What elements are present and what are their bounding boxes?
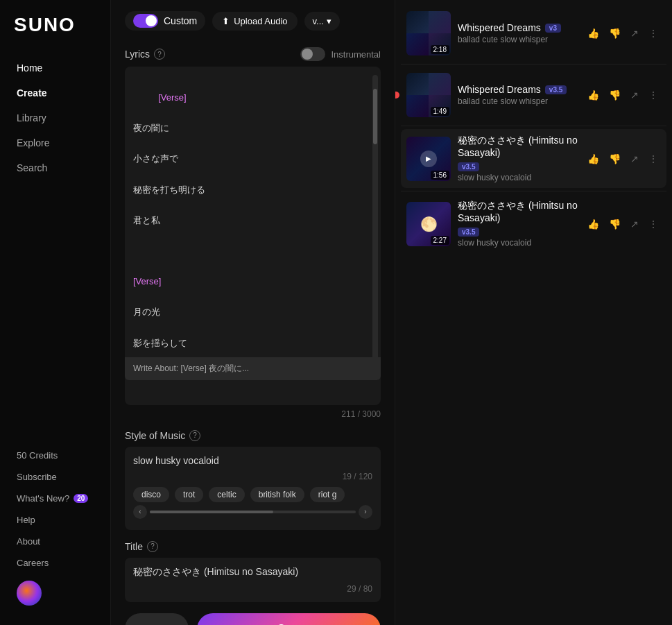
tag-disco[interactable]: disco	[133, 487, 169, 502]
credits-item[interactable]: 50 Credits	[8, 446, 102, 465]
lyrics-box[interactable]: [Verse] 夜の闇に 小さな声で 秘密を打ち明ける 君と私 [Verse] …	[125, 67, 381, 405]
version-button[interactable]: v... ▾	[304, 12, 340, 31]
song-info-1: Whispered Dreams v3 ballad cute slow whi…	[458, 22, 578, 44]
song-thumb-4: 🌕 2:27	[406, 202, 451, 246]
create-button[interactable]: ♪ Create	[197, 613, 381, 625]
dislike-button-3[interactable]: 👎	[606, 151, 623, 167]
sidebar-bottom: 50 Credits Subscribe What's New? 20 Help…	[0, 446, 110, 611]
scrollbar-thumb	[373, 89, 377, 144]
instrumental-track[interactable]	[300, 47, 325, 61]
song-title-2: Whispered Dreams v3.5	[458, 84, 578, 95]
avatar[interactable]	[17, 581, 42, 606]
scroll-right-arrow[interactable]: ›	[359, 505, 372, 519]
like-button-3[interactable]: 👍	[585, 151, 602, 167]
main-scroll: Custom ⬆ Upload Audio v... ▾ Lyrics ?	[111, 0, 395, 625]
subscribe-item[interactable]: Subscribe	[8, 468, 102, 486]
song-title-4: 秘密のささやき (Himitsu no Sasayaki) v3.5	[458, 200, 578, 237]
version-badge-4: v3.5	[458, 228, 479, 237]
scroll-fill	[150, 511, 273, 513]
title-section: Title ? 秘密のささやき (Himitsu no Sasayaki) 29…	[125, 541, 381, 602]
careers-item[interactable]: Careers	[8, 554, 102, 572]
about-item[interactable]: About	[8, 532, 102, 551]
song-info-3: 秘密のささやき (Himitsu no Sasayaki) v3.5 slow …	[458, 135, 578, 182]
tag-celtic[interactable]: celtic	[209, 487, 244, 502]
scroll-left-arrow[interactable]: ‹	[133, 505, 147, 519]
song-duration-1: 2:18	[431, 45, 449, 54]
moon-icon: 🌕	[420, 216, 438, 232]
song-card-4[interactable]: 🌕 2:27 秘密のささやき (Himitsu no Sasayaki) v3.…	[401, 194, 666, 253]
version-badge-1: v3	[545, 24, 561, 33]
style-box[interactable]: slow husky vocaloid 19 / 120 disco trot …	[125, 447, 381, 530]
song-info-2: Whispered Dreams v3.5 ballad cute slow w…	[458, 84, 578, 106]
song-actions-4: 👍 👎 ↗ ⋮	[585, 216, 661, 232]
sidebar-item-search[interactable]: Search	[8, 157, 102, 179]
sidebar-item-create[interactable]: Create	[8, 82, 102, 104]
lyrics-scrollbar[interactable]	[372, 75, 378, 380]
song-tags-4: slow husky vocaloid	[458, 238, 578, 248]
upload-icon: ⬆	[222, 16, 230, 26]
more-button-1[interactable]: ⋮	[646, 25, 661, 42]
instrumental-toggle[interactable]: Instrumental	[300, 47, 381, 61]
play-overlay-3[interactable]: ▶	[420, 151, 437, 167]
more-button-2[interactable]: ⋮	[646, 87, 661, 103]
toggle-track	[133, 14, 158, 28]
title-help-icon[interactable]: ?	[147, 541, 158, 552]
song-card-2[interactable]: 1:49 Whispered Dreams v3.5 ballad cute s…	[401, 67, 666, 123]
share-button-3[interactable]: ↗	[628, 151, 641, 167]
main-content: Custom ⬆ Upload Audio v... ▾ Lyrics ?	[111, 0, 395, 625]
style-text: slow husky vocaloid	[133, 455, 372, 466]
lyrics-help-icon[interactable]: ?	[154, 49, 165, 60]
style-help-icon[interactable]: ?	[189, 430, 200, 441]
tag-riot[interactable]: riot g	[310, 487, 345, 502]
song-card-3[interactable]: ▶ 1:56 秘密のささやき (Himitsu no Sasayaki) v3.…	[401, 129, 666, 188]
scroll-track	[150, 511, 356, 513]
chevron-down-icon: ▾	[327, 16, 331, 26]
sidebar-item-library[interactable]: Library	[8, 107, 102, 129]
like-button-2[interactable]: 👍	[585, 87, 602, 103]
lyrics-section: Lyrics ? Instrumental [Verse] 夜の闇に 小さな声で…	[125, 47, 381, 419]
lyrics-header: Lyrics ? Instrumental	[125, 47, 381, 61]
like-button-4[interactable]: 👍	[585, 216, 602, 232]
clear-button[interactable]: Clear	[125, 613, 189, 625]
song-tags-1: ballad cute slow whisper	[458, 35, 578, 44]
sidebar-item-explore[interactable]: Explore	[8, 132, 102, 154]
dislike-button-1[interactable]: 👎	[606, 25, 623, 42]
song-actions-1: 👍 👎 ↗ ⋮	[585, 25, 661, 42]
share-button-4[interactable]: ↗	[628, 216, 641, 232]
title-box[interactable]: 秘密のささやき (Himitsu no Sasayaki) 29 / 80	[125, 558, 381, 602]
song-card-1[interactable]: 2:18 Whispered Dreams v3 ballad cute slo…	[401, 6, 666, 61]
dislike-button-2[interactable]: 👎	[606, 87, 623, 103]
lyrics-text: [Verse] 夜の闇に 小さな声で 秘密を打ち明ける 君と私 [Verse] …	[133, 75, 372, 397]
custom-toggle[interactable]: Custom	[125, 11, 205, 31]
tag-trot[interactable]: trot	[175, 487, 203, 502]
share-button-2[interactable]: ↗	[628, 87, 641, 103]
style-label: Style of Music	[125, 430, 185, 441]
song-actions-2: 👍 👎 ↗ ⋮	[585, 87, 661, 103]
help-item[interactable]: Help	[8, 511, 102, 529]
top-bar: Custom ⬆ Upload Audio v... ▾	[125, 11, 381, 36]
song-thumb-1: 2:18	[406, 11, 451, 55]
sidebar-item-home[interactable]: Home	[8, 57, 102, 79]
sidebar: SUNO Home Create Library Explore Search …	[0, 0, 111, 625]
dislike-button-4[interactable]: 👎	[606, 216, 623, 232]
like-button-1[interactable]: 👍	[585, 25, 602, 42]
more-button-4[interactable]: ⋮	[646, 216, 661, 232]
song-duration-4: 2:27	[431, 236, 449, 245]
song-title-1: Whispered Dreams v3	[458, 22, 578, 33]
whats-new-item[interactable]: What's New? 20	[8, 489, 102, 508]
song-title-3: 秘密のささやき (Himitsu no Sasayaki) v3.5	[458, 135, 578, 171]
thumb-cell-tr-2	[429, 73, 451, 95]
more-button-3[interactable]: ⋮	[646, 151, 661, 167]
write-about-hint[interactable]: Write About: [Verse] 夜の闇に...	[125, 357, 381, 380]
custom-label: Custom	[164, 15, 197, 26]
thumb-cell-tr-1	[429, 11, 451, 33]
share-button-1[interactable]: ↗	[628, 25, 641, 42]
tag-british-folk[interactable]: british folk	[250, 487, 304, 502]
upload-audio-button[interactable]: ⬆ Upload Audio	[212, 12, 297, 31]
thumb-cell-bl-2	[406, 95, 429, 117]
instrumental-knob	[302, 49, 313, 60]
title-counter: 29 / 80	[133, 584, 372, 594]
thumb-bg-4: 🌕 2:27	[406, 202, 451, 246]
song-duration-3: 1:56	[431, 171, 449, 180]
song-tags-3: slow husky vocaloid	[458, 173, 578, 182]
